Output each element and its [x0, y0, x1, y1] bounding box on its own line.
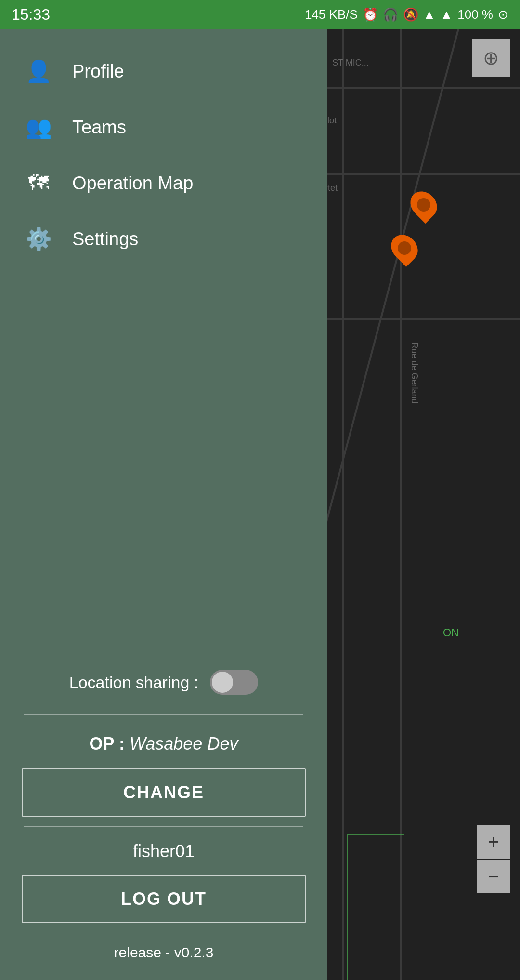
version-text: release - v0.2.3: [0, 933, 327, 980]
mute-icon: 🔕: [403, 7, 418, 22]
nav-item-operation-map[interactable]: 🗺 Operation Map: [0, 155, 327, 211]
signal-icon: ▲: [441, 7, 453, 22]
zoom-out-button[interactable]: −: [477, 860, 510, 893]
profile-icon: 👤: [24, 57, 53, 86]
alarm-icon: ⏰: [363, 7, 378, 22]
op-section: OP : Wasabee Dev CHANGE: [0, 715, 327, 826]
battery-icon: ⊙: [498, 7, 508, 22]
logout-button[interactable]: LOG OUT: [22, 875, 306, 923]
side-drawer: 👤 Profile 👥 Teams 🗺 Operation Map ⚙️ Set…: [0, 29, 327, 980]
profile-label: Profile: [72, 61, 124, 82]
nav-item-profile[interactable]: 👤 Profile: [0, 43, 327, 99]
nav-item-settings[interactable]: ⚙️ Settings: [0, 211, 327, 267]
location-sharing-row: Location sharing :: [0, 650, 327, 714]
location-sharing-label: Location sharing :: [69, 673, 198, 692]
headphone-icon: 🎧: [383, 7, 398, 22]
wifi-icon: ▲: [423, 7, 436, 22]
teams-label: Teams: [72, 117, 126, 138]
operation-map-label: Operation Map: [72, 173, 193, 194]
toggle-thumb: [212, 672, 233, 693]
status-bar: 15:33 145 KB/S ⏰ 🎧 🔕 ▲ ▲ 100 % ⊙: [0, 0, 520, 29]
zoom-in-button[interactable]: +: [477, 825, 510, 859]
user-section: fisher01 LOG OUT: [0, 827, 327, 933]
teams-icon: 👥: [24, 113, 53, 142]
battery: 100 %: [457, 7, 493, 22]
op-label-row: OP : Wasabee Dev: [90, 734, 238, 754]
nav-item-teams[interactable]: 👥 Teams: [0, 99, 327, 155]
spacer: [0, 267, 327, 650]
network-speed: 145 KB/S: [305, 7, 358, 22]
status-icons: 145 KB/S ⏰ 🎧 🔕 ▲ ▲ 100 % ⊙: [305, 7, 508, 22]
change-button[interactable]: CHANGE: [22, 768, 306, 817]
status-time: 15:33: [12, 6, 50, 24]
location-button[interactable]: ⊕: [472, 39, 510, 77]
map-icon: 🗺: [24, 169, 53, 198]
username: fisher01: [133, 841, 195, 861]
map-area: Rue de Gerland ST MIC... helot e Lortet …: [303, 29, 520, 980]
op-name: Wasabee Dev: [130, 734, 238, 754]
op-label: OP :: [90, 734, 125, 754]
zoom-controls: + −: [477, 825, 510, 893]
settings-label: Settings: [72, 229, 138, 250]
location-sharing-toggle[interactable]: [210, 670, 258, 695]
settings-icon: ⚙️: [24, 225, 53, 253]
